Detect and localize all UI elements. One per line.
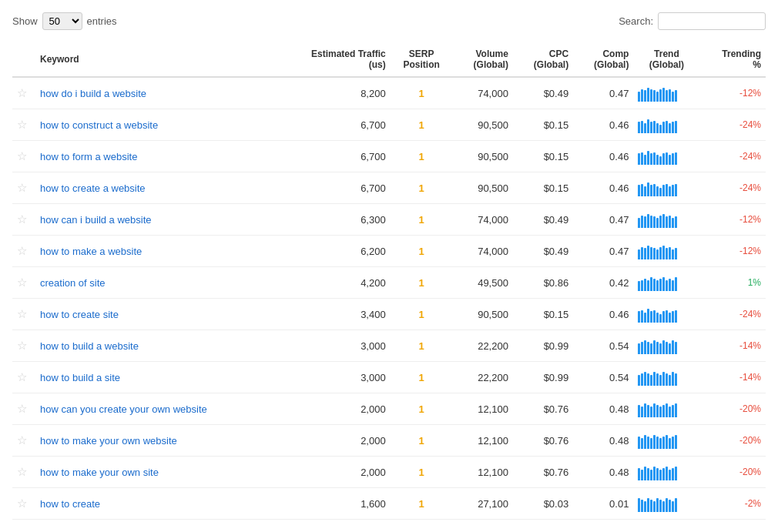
star-icon[interactable]: ☆ xyxy=(12,425,35,457)
col-volume: Volume(Global) xyxy=(453,42,513,77)
trend-bar xyxy=(675,342,677,354)
trend-bar xyxy=(641,470,643,480)
star-icon[interactable]: ☆ xyxy=(12,362,35,393)
trend-bar xyxy=(644,403,646,417)
trending-pct-cell: -24% xyxy=(699,141,766,172)
trend-bar xyxy=(638,405,640,417)
star-icon[interactable]: ☆ xyxy=(12,77,35,109)
star-icon[interactable]: ☆ xyxy=(12,236,35,267)
comp-cell: 0.47 xyxy=(573,236,633,267)
trend-bar xyxy=(641,247,643,259)
trend-bar xyxy=(638,185,640,196)
keyword-cell: how to make your own website xyxy=(35,425,276,457)
trend-bar xyxy=(669,313,671,323)
trend-bar xyxy=(672,122,674,133)
table-row: ☆how to create site3,400190,500$0.150.46… xyxy=(12,299,766,330)
star-icon[interactable]: ☆ xyxy=(12,141,35,172)
trending-pct-cell: -24% xyxy=(699,299,766,330)
trend-bar xyxy=(653,310,656,323)
trend-bar xyxy=(662,405,665,417)
trend-bar xyxy=(675,435,677,449)
trend-bar xyxy=(659,500,662,512)
star-icon[interactable]: ☆ xyxy=(12,457,35,488)
search-input[interactable] xyxy=(658,12,766,30)
keyword-cell: how can you create your own website xyxy=(35,393,276,425)
trend-bar xyxy=(672,501,674,512)
trend-bar xyxy=(659,247,662,259)
keyword-cell: how do i build a website xyxy=(35,77,276,109)
trend-bar xyxy=(650,500,652,512)
trending-pct-cell: -20% xyxy=(699,457,766,488)
volume-cell: 90,500 xyxy=(453,141,513,172)
trend-cell xyxy=(633,393,699,425)
trend-bar xyxy=(638,437,640,449)
trend-bar xyxy=(656,186,659,196)
trend-cell xyxy=(633,77,699,109)
header-row: Keyword Estimated Traffic(us) SERPPositi… xyxy=(12,42,766,77)
comp-cell: 0.42 xyxy=(573,267,633,299)
star-icon[interactable]: ☆ xyxy=(12,488,35,520)
entries-select[interactable]: 102550100 xyxy=(42,12,82,30)
trend-bar xyxy=(638,218,640,228)
trend-bar xyxy=(656,123,659,133)
trend-bar xyxy=(672,372,674,386)
trend-bar xyxy=(638,249,640,259)
comp-cell: 0.46 xyxy=(573,299,633,330)
col-keyword: Keyword xyxy=(35,42,276,77)
col-trend: Trend(Global) xyxy=(633,42,699,77)
trend-bar xyxy=(672,437,674,449)
trend-bar xyxy=(653,279,656,291)
trend-bars xyxy=(638,179,695,196)
star-icon[interactable]: ☆ xyxy=(12,204,35,236)
trend-bar xyxy=(650,89,652,102)
star-icon[interactable]: ☆ xyxy=(12,299,35,330)
trend-bar xyxy=(672,249,674,259)
star-icon[interactable]: ☆ xyxy=(12,267,35,299)
trend-bar xyxy=(656,342,659,354)
trend-bars xyxy=(638,211,695,228)
serp-cell: 1 xyxy=(391,77,453,109)
trend-bar xyxy=(669,186,671,196)
trend-bar xyxy=(638,468,640,480)
keyword-table: Keyword Estimated Traffic(us) SERPPositi… xyxy=(12,42,766,520)
star-icon[interactable]: ☆ xyxy=(12,109,35,141)
trend-bar xyxy=(641,500,643,512)
col-traffic: Estimated Traffic(us) xyxy=(276,42,390,77)
cpc-cell: $0.76 xyxy=(513,393,573,425)
cpc-cell: $0.15 xyxy=(513,299,573,330)
trend-bar xyxy=(675,277,677,291)
keyword-cell: creation of site xyxy=(35,267,276,299)
comp-cell: 0.01 xyxy=(573,488,633,520)
serp-cell: 1 xyxy=(391,393,453,425)
table-row: ☆how do i build a website8,200174,000$0.… xyxy=(12,77,766,109)
table-row: ☆how to form a website6,700190,500$0.150… xyxy=(12,141,766,172)
trend-bar xyxy=(675,216,677,228)
trend-bar xyxy=(669,89,671,102)
star-icon[interactable]: ☆ xyxy=(12,393,35,425)
cpc-cell: $0.15 xyxy=(513,141,573,172)
traffic-cell: 6,700 xyxy=(276,172,390,204)
cpc-cell: $0.49 xyxy=(513,77,573,109)
trend-bar xyxy=(641,216,643,228)
trending-pct-cell: -14% xyxy=(699,362,766,393)
trend-bar xyxy=(656,218,659,228)
star-icon[interactable]: ☆ xyxy=(12,172,35,204)
trend-bar xyxy=(672,340,674,354)
trend-bar xyxy=(666,90,668,102)
serp-cell: 1 xyxy=(391,236,453,267)
serp-cell: 1 xyxy=(391,299,453,330)
trend-bar xyxy=(675,121,677,133)
trend-bar xyxy=(669,500,671,512)
trend-bar xyxy=(644,435,646,449)
trend-bar xyxy=(653,216,656,228)
trend-bar xyxy=(644,155,646,165)
trend-bar xyxy=(656,280,659,291)
traffic-cell: 3,000 xyxy=(276,362,390,393)
keyword-cell: how to construct a website xyxy=(35,109,276,141)
keyword-cell: how to form a website xyxy=(35,141,276,172)
trend-cell xyxy=(633,330,699,362)
star-icon[interactable]: ☆ xyxy=(12,330,35,362)
serp-cell: 1 xyxy=(391,425,453,457)
trend-bar xyxy=(641,438,643,449)
trend-bar xyxy=(659,375,662,386)
